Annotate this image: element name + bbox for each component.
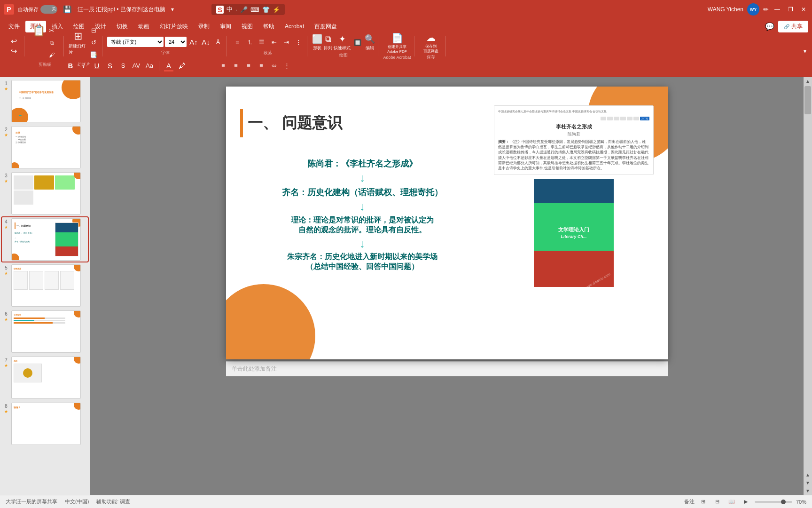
comment-bar[interactable]: 单击此处添加备注	[226, 361, 668, 376]
book-image[interactable]: 文学理论入门 Literary Ch... www.d4wxiu.com	[534, 179, 614, 287]
redo-btn[interactable]: ↪	[8, 47, 20, 56]
scroll-slide-down-btn[interactable]: ▼	[804, 479, 812, 487]
toolbar-expand-btn[interactable]: ▾	[802, 46, 808, 56]
paste-btn[interactable]: 📋	[32, 25, 45, 37]
zoom-slider[interactable]	[755, 501, 792, 503]
layout-btn[interactable]: ⊟	[88, 25, 99, 36]
autosave-switch[interactable]	[40, 5, 57, 14]
numbering-btn[interactable]: ⒈	[244, 37, 255, 48]
indent-inc-btn[interactable]: ⇥	[281, 37, 292, 48]
case-btn[interactable]: Aa	[144, 60, 155, 71]
slide-thumb-4[interactable]: 4 ★ 一、问题意识 陈尚君：《李杜齐名》 ↓ 齐名：历史化建构	[2, 217, 88, 262]
font-color-btn[interactable]: A	[163, 60, 174, 71]
font-size-select[interactable]: 24	[165, 37, 187, 47]
bold-btn[interactable]: B	[65, 60, 76, 71]
language-label[interactable]: 中文(中国)	[65, 498, 89, 505]
save-baidu-btn[interactable]: ☁ 保存到百度网盘	[419, 32, 443, 53]
view-slidesorter-btn[interactable]: ⊟	[712, 497, 723, 507]
new-slide-btn[interactable]: ⊞ 新建幻灯片	[69, 30, 87, 56]
content-item-3[interactable]: 理论：理论是对常识的批评，是对被认定为 自然的观念的批评。理论具有自反性。	[287, 214, 437, 237]
menu-help[interactable]: 帮助	[258, 21, 279, 32]
restore-btn[interactable]: ❐	[786, 5, 795, 14]
undo-btn[interactable]: ↩	[8, 37, 20, 46]
menu-baidu[interactable]: 百度网盘	[310, 21, 342, 32]
paper-btn-active[interactable]: 2 订阅	[640, 117, 649, 120]
autosave-toggle[interactable]: 自动保存	[18, 5, 57, 14]
zoom-level[interactable]: 70%	[796, 499, 806, 505]
increase-font-btn[interactable]: A↑	[188, 36, 199, 48]
slide-thumb-7[interactable]: 7 ★ 总结	[2, 356, 88, 400]
content-item-2[interactable]: 齐名：历史化建构（话语赋权、理想寄托）	[278, 185, 446, 200]
view-reading-btn[interactable]: 📖	[726, 497, 737, 507]
quick-style-tool[interactable]: ✦ 快速样式	[334, 34, 351, 51]
menu-acrobat[interactable]: Acrobat	[280, 21, 309, 32]
paper-btn-2[interactable]	[607, 117, 613, 120]
column-btn[interactable]: ⋮	[281, 60, 292, 71]
paper-btn-4[interactable]	[620, 117, 626, 120]
scroll-down-btn[interactable]: ▼	[804, 487, 812, 495]
comment-icon[interactable]: 💬	[765, 22, 774, 31]
text-direction-btn[interactable]: ⬄	[268, 60, 280, 71]
scroll-thumb[interactable]	[804, 86, 811, 114]
view-normal-btn[interactable]: ⊞	[698, 497, 709, 507]
shape-fill-tool[interactable]: 🔲	[352, 37, 363, 48]
paper-btn-5[interactable]	[627, 117, 632, 120]
slide-title[interactable]: 一、 问题意识	[248, 113, 342, 134]
accessibility-label[interactable]: 辅助功能: 调查	[96, 498, 130, 505]
menu-animation[interactable]: 动画	[133, 21, 154, 32]
minimize-btn[interactable]: —	[773, 5, 782, 14]
right-scrollbar[interactable]: ▲ ▲ ▼ ▼	[804, 77, 812, 495]
slide-thumb-1[interactable]: 1 ★ 中国研究"万年"总结学习发展报告 汪一辰 2023届	[2, 79, 88, 123]
comment-placeholder[interactable]: 单击此处添加备注	[232, 365, 277, 373]
paper-btn-3[interactable]	[614, 117, 619, 120]
menu-file[interactable]: 文件	[4, 21, 24, 32]
copy-btn[interactable]: ⧉	[46, 37, 57, 48]
slide-thumb-5[interactable]: 5 ★ 研究进展	[2, 263, 88, 308]
scroll-up-btn[interactable]: ▲	[804, 77, 812, 85]
font-family-select[interactable]: 等线 (正文)	[107, 37, 164, 47]
align-left-btn[interactable]: ≡	[218, 60, 229, 71]
notes-btn[interactable]: 备注	[684, 498, 695, 505]
menu-slideshow[interactable]: 幻灯片放映	[155, 21, 193, 32]
list-btn[interactable]: ☰	[256, 37, 267, 48]
align-right-btn[interactable]: ≡	[243, 60, 254, 71]
align-center-btn[interactable]: ≡	[230, 60, 242, 71]
menu-transition[interactable]: 切换	[112, 21, 133, 32]
create-pdf-btn[interactable]: 📄 创建并共享Adobe PDF	[383, 32, 411, 54]
scroll-slide-up-btn[interactable]: ▲	[804, 471, 812, 479]
canvas-area[interactable]: 一、 问题意识 陈尚君：《李杜齐名之形成》 ↓ 齐名：历史化建构（话语赋权、理想…	[90, 77, 804, 495]
slide-thumb-8[interactable]: 8 ★ 谢谢！	[2, 402, 88, 446]
slide-panel[interactable]: 1 ★ 中国研究"万年"总结学习发展报告 汪一辰 2023届 2	[0, 77, 90, 495]
arrange-tool[interactable]: ⧉ 排列	[324, 34, 332, 51]
save-icon[interactable]: 💾	[63, 5, 72, 14]
slide-thumb-2[interactable]: 2 ★ 目录 一. 内容总结 二. 研究发展 三. 问题意识	[2, 125, 88, 169]
slide-thumb-6[interactable]: 6 ★ 分析报告	[2, 310, 88, 354]
decrease-font-btn[interactable]: A↓	[200, 36, 211, 48]
reset-btn[interactable]: ↺	[88, 37, 99, 48]
strikethrough-btn[interactable]: S	[104, 60, 116, 71]
paper-document[interactable]: 中国比较研究会第七届年会暨比较与重庆学术研讨会论文集 中国比较研究会 会议论文集…	[494, 105, 654, 175]
highlight-btn[interactable]: 🖍	[176, 60, 187, 71]
pen-icon[interactable]: ✏	[763, 6, 769, 13]
underline-btn[interactable]: U	[91, 60, 102, 71]
shadow-btn[interactable]: S	[117, 60, 129, 71]
italic-btn[interactable]: I	[78, 60, 89, 71]
edit-tool[interactable]: 🔍 编辑	[365, 34, 375, 51]
clear-format-btn[interactable]: Ā	[212, 36, 224, 48]
menu-view[interactable]: 视图	[237, 21, 258, 32]
char-spacing-btn[interactable]: AV	[131, 60, 142, 71]
slide-thumb-3[interactable]: 3 ★	[2, 171, 88, 215]
paper-btn-1[interactable]	[601, 117, 606, 120]
zoom-thumb[interactable]	[781, 500, 786, 504]
indent-dec-btn[interactable]: ⇤	[268, 37, 280, 48]
content-item-1[interactable]: 陈尚君：《李杜齐名之形成》	[304, 156, 421, 171]
bullets-btn[interactable]: ≡	[232, 37, 243, 48]
shape-tool[interactable]: ⬜ 形状	[312, 34, 322, 51]
justify-btn[interactable]: ≡	[256, 60, 267, 71]
paragraph-options-btn[interactable]: ⋮	[293, 37, 304, 48]
close-btn[interactable]: ✕	[799, 5, 808, 14]
content-item-4[interactable]: 朱宗齐名：历史化地进入新时期以来的美学场 （总结中国经验、回答中国问题）	[283, 250, 441, 274]
share-button[interactable]: 🔗 共享	[778, 21, 808, 32]
view-slideshow-btn[interactable]: ▶	[741, 497, 751, 507]
filename-dropdown[interactable]: ▾	[171, 6, 174, 13]
